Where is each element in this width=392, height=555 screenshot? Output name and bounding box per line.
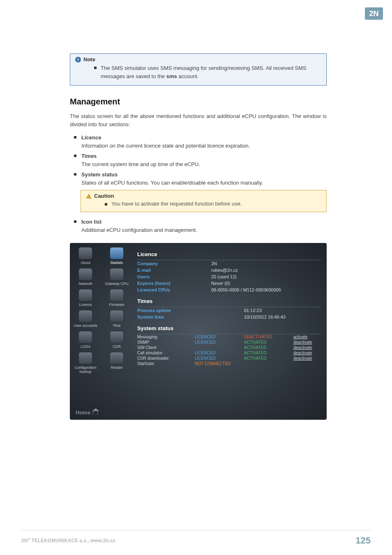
status-state: ACTIVATED: [244, 340, 293, 345]
licence-heading: Licence: [137, 249, 321, 260]
sidebar-item-gateway-cpu[interactable]: Gateway CPU: [101, 268, 132, 286]
management-screenshot: AboutStatisticNetworkGateway CPULicenceF…: [70, 243, 327, 420]
status-state: DEACTIVATED: [244, 335, 293, 339]
footer-left: 2N® TELEKOMUNIKACE a.s., www.2n.cz: [21, 537, 115, 543]
sidebar-item-label: LOGs: [70, 345, 101, 349]
status-licence: NOT CONNECTED: [195, 361, 244, 366]
home-label: Home: [76, 409, 90, 416]
licence-label: Users: [137, 274, 211, 279]
status-row: Call simulator:LICENCEDACTIVATEDdeactiva…: [137, 350, 321, 356]
configuration-backup-icon: [78, 352, 92, 364]
status-action: deactivate: [293, 351, 321, 355]
times-value: 01:12:23: [244, 308, 262, 313]
times-label: System time: [137, 314, 244, 319]
sidebar-item-logs[interactable]: LOGs: [70, 331, 101, 349]
def-times: Times The current system time and up tim…: [81, 152, 327, 168]
note-callout: i Note The SMS simulator uses SMS messag…: [70, 53, 327, 86]
sidebar-item-user-accounts[interactable]: User accounts: [70, 310, 101, 328]
status-row: SIM Client:ACTIVATEDdeactivate: [137, 345, 321, 350]
sidebar-item-label: About: [70, 261, 101, 265]
gateway-cpu-icon: [110, 268, 124, 280]
sidebar-item-label: Time: [101, 324, 132, 328]
status-action-link[interactable]: activate: [293, 335, 307, 339]
licence-row: Licenced CPUs09-0055-0006 / M112-0903600…: [137, 287, 321, 293]
status-name: SIM Client:: [137, 345, 195, 350]
logs-icon: [78, 331, 92, 343]
status-action-link[interactable]: deactivate: [293, 345, 312, 350]
licence-value: rubes@2n.cz: [211, 268, 238, 273]
status-action: deactivate: [293, 340, 321, 345]
definition-list: Licence Information on the current licen…: [70, 134, 327, 187]
system-status-heading: System status: [137, 323, 321, 334]
licence-value: Never (0): [211, 281, 230, 286]
caution-callout: Caution You have to activate the request…: [81, 190, 327, 212]
status-row: SNMP:LICENCEDACTIVATEDdeactivate: [137, 340, 321, 345]
about-icon: [78, 247, 92, 259]
licence-value: 2N: [211, 261, 217, 266]
sidebar-item-restart[interactable]: Restart: [101, 352, 132, 374]
definition-list-2: Icon list Additional eCPU configuration …: [70, 218, 327, 234]
bullet-icon: [105, 203, 107, 206]
licence-icon: [78, 289, 92, 301]
status-licence: LICENCED: [195, 340, 244, 345]
sidebar-item-network[interactable]: Network: [70, 268, 101, 286]
status-action: activate: [293, 335, 321, 339]
status-state: ACTIVATED: [244, 345, 293, 350]
status-name: CDR downloader:: [137, 356, 195, 361]
sidebar-item-label: Firmware: [101, 303, 132, 307]
sidebar-item-statistic[interactable]: Statistic: [101, 247, 132, 265]
status-name: StarGate:: [137, 361, 195, 366]
page-content: i Note The SMS simulator uses SMS messag…: [70, 53, 327, 420]
times-row: Process uptime01:12:23: [137, 307, 321, 314]
status-licence: [195, 345, 244, 350]
footer-rule: [21, 530, 371, 530]
caution-title-row: Caution: [86, 193, 321, 199]
sidebar-item-firmware[interactable]: Firmware: [101, 289, 132, 307]
note-title-row: i Note: [75, 56, 321, 62]
note-title: Note: [83, 56, 95, 62]
licence-row: Users20 (used 12): [137, 273, 321, 280]
times-heading: Times: [137, 296, 321, 307]
home-icon: [93, 411, 98, 415]
status-action-link[interactable]: deactivate: [293, 356, 312, 361]
licence-label: Expires (hours): [137, 281, 211, 286]
home-link[interactable]: Home: [76, 409, 98, 416]
sidebar-item-configuration-backup[interactable]: Configuration backup: [70, 352, 101, 374]
status-row: StarGate:NOT CONNECTED: [137, 361, 321, 366]
status-name: SNMP:: [137, 340, 195, 345]
sidebar-item-licence[interactable]: Licence: [70, 289, 101, 307]
warning-icon: [86, 194, 92, 199]
caution-title: Caution: [94, 193, 114, 199]
status-action-link[interactable]: deactivate: [293, 340, 312, 345]
times-value: 10/10/2012 16:45:43: [244, 314, 286, 319]
licence-label: Company: [137, 261, 211, 266]
status-action-link[interactable]: deactivate: [293, 351, 312, 355]
licence-row: Expires (hours)Never (0): [137, 280, 321, 287]
sidebar-item-label: CDR: [101, 345, 132, 349]
time-icon: [110, 310, 124, 322]
firmware-icon: [110, 289, 124, 301]
def-icon-list: Icon list Additional eCPU configuration …: [81, 218, 327, 234]
status-action: deactivate: [293, 345, 321, 350]
cdr-icon: [110, 331, 124, 343]
def-system-status: System status States of all eCPU functio…: [81, 171, 327, 187]
sidebar-item-label: Gateway CPU: [101, 282, 132, 286]
sidebar-item-about[interactable]: About: [70, 247, 101, 265]
restart-icon: [110, 352, 124, 364]
status-row: Messaging:LICENCEDDEACTIVATEDactivate: [137, 334, 321, 340]
page-number: 125: [355, 535, 371, 546]
sidebar-item-label: Restart: [101, 365, 132, 370]
sidebar-item-label: Network: [70, 282, 101, 286]
status-action: deactivate: [293, 356, 321, 361]
sidebar-item-cdr[interactable]: CDR: [101, 331, 132, 349]
licence-value: 20 (used 12): [211, 274, 237, 279]
main-panel: Licence Company2NE-mailrubes@2n.czUsers2…: [137, 249, 321, 414]
bullet-icon: [94, 67, 97, 69]
status-action: [293, 361, 321, 366]
sidebar-item-time[interactable]: Time: [101, 310, 132, 328]
status-licence: LICENCED: [195, 356, 244, 361]
times-row: System time10/10/2012 16:45:43: [137, 314, 321, 320]
times-label: Process uptime: [137, 308, 244, 313]
sidebar-item-label: Licence: [70, 303, 101, 307]
status-state: [244, 361, 293, 366]
